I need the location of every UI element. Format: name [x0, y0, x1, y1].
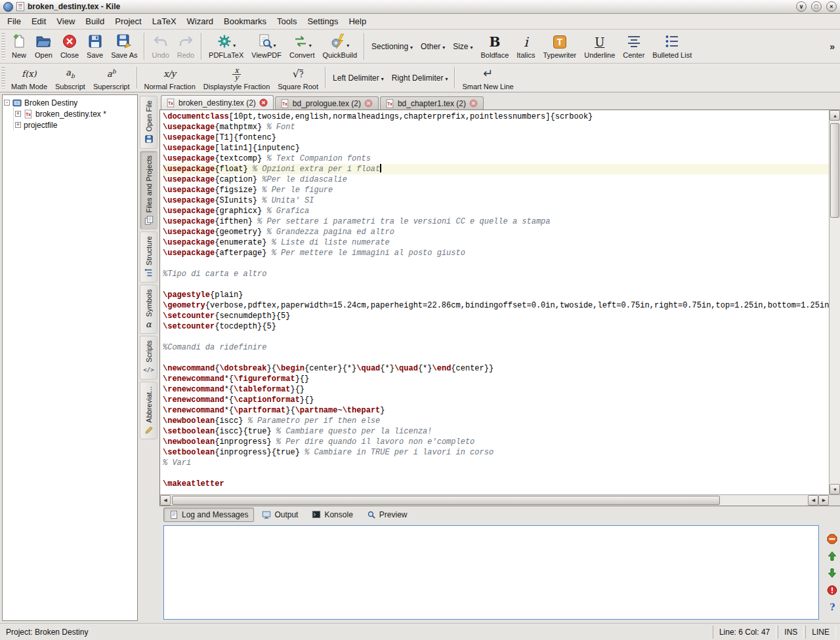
- next-warning-icon[interactable]: [827, 567, 838, 578]
- stop-icon[interactable]: [827, 533, 838, 544]
- code-line[interactable]: \usepackage{mathptmx} % Font: [163, 122, 829, 132]
- toolbar-drag-handle[interactable]: [1, 67, 5, 89]
- bottom-tab-konsole[interactable]: Konsole: [306, 508, 358, 522]
- code-line[interactable]: \usepackage{float} % Opzioni extra per i…: [163, 164, 829, 174]
- horizontal-scroll-thumb[interactable]: [172, 496, 720, 505]
- menu-file[interactable]: File: [2, 14, 26, 29]
- code-line[interactable]: [163, 258, 829, 269]
- help-icon[interactable]: ?: [827, 601, 838, 612]
- maximize-button[interactable]: □: [811, 1, 822, 12]
- tree-expander[interactable]: -: [4, 100, 10, 106]
- sidebar-tab-files-and-projects[interactable]: Files and Projects: [140, 151, 158, 230]
- square-root-button[interactable]: √?Square Root: [274, 64, 322, 91]
- superscript-button[interactable]: abSuperscript: [89, 64, 134, 91]
- boldface-button[interactable]: BBoldface: [477, 30, 513, 62]
- bottom-tab-preview[interactable]: Preview: [361, 508, 413, 522]
- code-line[interactable]: \usepackage{textcomp} % Text Companion f…: [163, 153, 829, 164]
- code-line[interactable]: [163, 468, 829, 479]
- tab-close-icon[interactable]: [469, 99, 478, 108]
- error-icon[interactable]: [827, 584, 838, 595]
- math-mode-button[interactable]: f(x)Math Mode: [7, 64, 51, 91]
- minimize-button[interactable]: ∨: [796, 1, 807, 12]
- code-line[interactable]: \usepackage{afterpage} % Per mettere le …: [163, 248, 829, 258]
- code-line[interactable]: \setboolean{inprogress}{true} % Cambiare…: [163, 447, 829, 458]
- bulleted-list-button[interactable]: Bulleted List: [648, 30, 696, 62]
- code-line[interactable]: \usepackage{geometry} % Grandezza pagina…: [163, 227, 829, 237]
- code-line[interactable]: [163, 279, 829, 290]
- log-output-area[interactable]: [163, 525, 819, 620]
- sidebar-tab-scripts[interactable]: Scripts</>: [140, 336, 158, 380]
- menu-wizard[interactable]: Wizard: [182, 14, 219, 29]
- code-line[interactable]: %Comandi da ridefinire: [163, 342, 829, 353]
- code-line[interactable]: \usepackage{enumerate} % Liste di liste …: [163, 237, 829, 248]
- prev-warning-icon[interactable]: [827, 550, 838, 561]
- horizontal-scrollbar[interactable]: ◀ ◀ ▶: [160, 494, 840, 506]
- titlebar[interactable]: broken_destiny.tex - Kile ∨□×: [0, 0, 840, 14]
- viewpdf-button[interactable]: ▾ViewPDF: [247, 30, 285, 62]
- code-line[interactable]: \usepackage{ifthen} % Per settare i para…: [163, 216, 829, 227]
- size-button[interactable]: Size▾: [449, 30, 476, 62]
- menu-edit[interactable]: Edit: [26, 14, 51, 29]
- displaystyle-fraction-button[interactable]: xyDisplaystyle Fraction: [200, 64, 274, 91]
- code-line[interactable]: \usepackage[T1]{fontenc}: [163, 132, 829, 143]
- close-button[interactable]: ×: [826, 1, 837, 12]
- code-area[interactable]: \documentclass[10pt,twoside,english,norm…: [160, 110, 829, 494]
- tab-close-icon[interactable]: [259, 98, 268, 108]
- tree-expander[interactable]: +: [15, 122, 21, 128]
- new-button[interactable]: New: [7, 30, 31, 62]
- vertical-scrollbar[interactable]: ▲ ▼: [829, 110, 840, 494]
- code-line[interactable]: % Vari: [163, 458, 829, 468]
- code-line[interactable]: \makeatletter: [163, 479, 829, 489]
- code-line[interactable]: \usepackage{graphicx} % Grafica: [163, 206, 829, 216]
- code-line[interactable]: \renewcommand*{\figureformat}{}: [163, 374, 829, 384]
- save-button[interactable]: Save: [83, 30, 107, 62]
- code-line[interactable]: \pagestyle{plain}: [163, 290, 829, 300]
- left-delimiter-button[interactable]: Left Delimiter▾: [329, 64, 388, 91]
- menu-bookmarks[interactable]: Bookmarks: [219, 14, 272, 29]
- menu-tools[interactable]: Tools: [272, 14, 302, 29]
- tree-item-broken-destiny-tex[interactable]: +Txbroken_destiny.tex *: [15, 108, 136, 119]
- code-line[interactable]: \documentclass[10pt,twoside,english,norm…: [163, 111, 829, 122]
- code-line[interactable]: \newboolean{inprogress} % Per dire quand…: [163, 437, 829, 447]
- pdflatex-button[interactable]: ▾PDFLaTeX: [205, 30, 247, 62]
- editor-tab-broken-destiny-tex-2[interactable]: Txbroken_destiny.tex (2): [161, 95, 274, 110]
- code-line[interactable]: \renewcommand*{\tableformat}{}: [163, 384, 829, 395]
- tree-item-broken-destiny[interactable]: -Broken Destiny: [4, 97, 136, 108]
- smart-new-line-button[interactable]: ↵Smart New Line: [458, 64, 517, 91]
- menu-help[interactable]: Help: [343, 14, 371, 29]
- scroll-right-button[interactable]: ▶: [818, 495, 829, 506]
- toolbar-overflow-button[interactable]: »: [827, 41, 837, 52]
- menu-view[interactable]: View: [51, 14, 80, 29]
- code-line[interactable]: \usepackage{figsize} % Per le figure: [163, 185, 829, 195]
- save-as-button[interactable]: Save As: [107, 30, 141, 62]
- typewriter-button[interactable]: TTypewriter: [539, 30, 580, 62]
- horizontal-scroll-track[interactable]: [171, 495, 808, 506]
- other-button[interactable]: Other▾: [417, 30, 449, 62]
- code-line[interactable]: \usepackage{caption} %Per le didascalie: [163, 174, 829, 185]
- editor-tab-bd-chapter1-tex-2[interactable]: Txbd_chapter1.tex (2): [380, 96, 484, 110]
- sidebar-tab-open-file[interactable]: Open File: [140, 96, 158, 149]
- scroll-down-button[interactable]: ▼: [830, 484, 840, 494]
- window-menu-button[interactable]: [3, 2, 13, 12]
- code-line[interactable]: [163, 332, 829, 342]
- code-line[interactable]: \setcounter{secnumdepth}{5}: [163, 311, 829, 321]
- toolbar-drag-handle[interactable]: [1, 33, 5, 60]
- code-line[interactable]: \usepackage{SIunits} % Unita' SI: [163, 195, 829, 206]
- code-line[interactable]: [163, 353, 829, 363]
- sidebar-tab-symbols[interactable]: Symbolsα: [140, 285, 158, 334]
- menu-latex[interactable]: LaTeX: [147, 14, 182, 29]
- italics-button[interactable]: iItalics: [513, 30, 539, 62]
- vertical-scroll-thumb[interactable]: [830, 123, 839, 218]
- code-line[interactable]: \setboolean{iscc}{true} % Cambiare quest…: [163, 426, 829, 437]
- code-line[interactable]: \usepackage[latin1]{inputenc}: [163, 143, 829, 153]
- convert-button[interactable]: ▾Convert: [285, 30, 319, 62]
- scroll-up-button[interactable]: ▲: [830, 110, 840, 121]
- menu-build[interactable]: Build: [80, 14, 110, 29]
- right-delimiter-button[interactable]: Right Delimiter▾: [388, 64, 452, 91]
- code-line[interactable]: \newcommand{\dotsbreak}{\begin{center}{*…: [163, 363, 829, 374]
- code-line[interactable]: \renewcommand*{\captionformat}{}: [163, 395, 829, 405]
- code-line[interactable]: \setcounter{tocdepth}{5}: [163, 321, 829, 332]
- open-button[interactable]: Open: [31, 30, 56, 62]
- menu-settings[interactable]: Settings: [302, 14, 343, 29]
- code-line[interactable]: \geometry{verbose,pdftex,paperwidth=15.2…: [163, 300, 829, 311]
